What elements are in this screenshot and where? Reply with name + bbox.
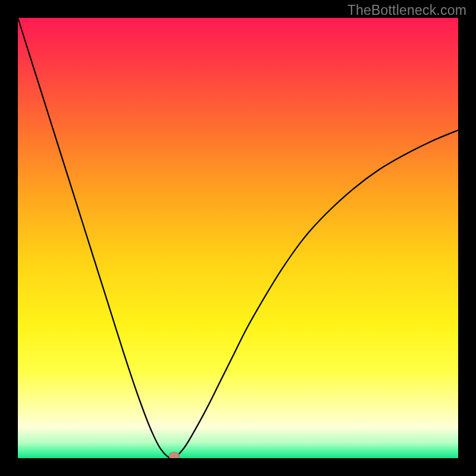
watermark-label: TheBottleneck.com	[347, 2, 466, 18]
bottleneck-chart	[18, 18, 458, 458]
plot-area	[18, 18, 458, 458]
gradient-background	[18, 18, 458, 458]
chart-container: TheBottleneck.com	[0, 0, 476, 476]
optimal-point-marker	[169, 452, 180, 458]
